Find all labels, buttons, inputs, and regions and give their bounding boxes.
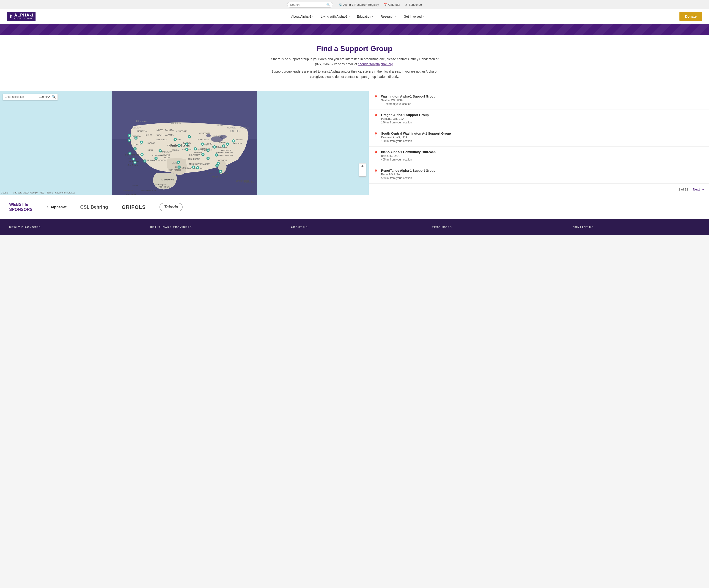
- donate-button[interactable]: Donate: [679, 12, 702, 21]
- svg-point-86: [134, 148, 135, 149]
- svg-text:CALIFORNIA: CALIFORNIA: [129, 144, 141, 146]
- next-arrow-icon: →: [701, 188, 704, 191]
- svg-point-88: [129, 153, 130, 154]
- svg-text:Winnipeg: Winnipeg: [171, 121, 181, 124]
- svg-point-140: [186, 144, 187, 145]
- nav-research[interactable]: Research ▾: [377, 12, 400, 21]
- svg-point-104: [202, 144, 203, 145]
- map-copyright: Map data ©2024 Google, INEGI | Terms | K…: [12, 191, 75, 194]
- svg-text:KANSAS: KANSAS: [167, 144, 176, 146]
- research-registry-link[interactable]: 📡 Alpha-1 Research Registry: [338, 3, 379, 6]
- group-name: Oregon Alpha-1 Support Group: [381, 113, 704, 117]
- svg-text:MINNESOTA: MINNESOTA: [199, 132, 210, 134]
- search-bar[interactable]: 🔍: [287, 2, 333, 7]
- footer-col-contact: CONTACT US: [573, 226, 700, 228]
- calendar-link[interactable]: 📅 Calendar: [384, 3, 400, 6]
- svg-text:NEVADA: NEVADA: [148, 142, 155, 144]
- map-search-icon[interactable]: 🔍: [52, 95, 56, 99]
- svg-point-138: [197, 167, 198, 168]
- footer-col-newly-diagnosed: NEWLY DIAGNOSED: [9, 226, 136, 228]
- svg-text:Seattle: Seattle: [132, 184, 138, 187]
- nav-education[interactable]: Education ▾: [353, 12, 377, 21]
- svg-point-108: [194, 148, 196, 149]
- svg-point-126: [227, 144, 228, 145]
- map-container[interactable]: 25mi 50mi 100mi 200mi 500mi 🔍: [0, 91, 369, 195]
- svg-text:Seattle: Seattle: [127, 194, 134, 195]
- subtitle: If there is no support group in your are…: [268, 57, 441, 67]
- zoom-controls: + −: [359, 163, 366, 176]
- svg-point-132: [220, 171, 221, 172]
- svg-point-120: [216, 154, 217, 156]
- svg-text:San Diego: San Diego: [127, 164, 137, 166]
- list-item[interactable]: 📍 Oregon Alpha-1 Support Group Portland,…: [369, 109, 709, 128]
- search-input[interactable]: [290, 3, 325, 6]
- logo-box: ⬆ ALPHA-1 FOUNDATION: [7, 12, 35, 21]
- takeda-logo: Takeda: [159, 203, 183, 211]
- email-link[interactable]: chenderson@alpha1.org: [358, 62, 393, 66]
- zoom-in-button[interactable]: +: [359, 164, 366, 170]
- list-item[interactable]: 📍 Idaho Alpha-1 Community Outreach Boise…: [369, 146, 709, 165]
- next-button[interactable]: Next →: [693, 188, 704, 191]
- description: Support group leaders are listed to assi…: [268, 69, 441, 79]
- svg-point-102: [189, 136, 190, 137]
- svg-text:NORTH CAROLINA: NORTH CAROLINA: [216, 151, 233, 154]
- svg-text:Washington: Washington: [221, 149, 232, 151]
- footer-heading-about: ABOUT US: [291, 226, 418, 228]
- svg-point-92: [134, 162, 135, 163]
- location-input[interactable]: [5, 95, 37, 99]
- zoom-out-button[interactable]: −: [359, 170, 366, 176]
- group-distance: 573 mi from your location: [381, 176, 704, 180]
- distance-select[interactable]: 25mi 50mi 100mi 200mi 500mi: [38, 95, 50, 99]
- svg-point-82: [135, 137, 137, 139]
- csl-behring-logo: CSL Behring: [80, 204, 108, 210]
- nav-living-label: Living with Alpha-1: [321, 15, 348, 18]
- svg-text:MISSISSIPPI ALABAMA: MISSISSIPPI ALABAMA: [189, 163, 210, 165]
- pin-icon: 📍: [373, 95, 378, 100]
- subscribe-label: Subscribe: [409, 3, 422, 6]
- logo-text: ALPHA-1 FOUNDATION: [14, 13, 34, 20]
- svg-text:Toronto: Toronto: [218, 141, 226, 143]
- page-info: 1 of 11: [679, 188, 688, 191]
- group-location: Portland, OR, USA: [381, 117, 704, 120]
- svg-text:Edmonton: Edmonton: [136, 120, 147, 123]
- page-title: Find a Support Group: [5, 45, 704, 53]
- svg-text:KENTUCKY: KENTUCKY: [189, 154, 200, 156]
- subscribe-icon: ✉: [405, 3, 408, 6]
- svg-point-100: [155, 158, 157, 159]
- nav-research-label: Research: [380, 15, 394, 18]
- svg-point-122: [207, 149, 209, 151]
- group-name: South Central Washington A-1 Support Gro…: [381, 132, 704, 135]
- svg-text:NOVA SC: NOVA SC: [240, 127, 250, 129]
- map-attribution: Google: [1, 191, 8, 194]
- pin-icon: 📍: [373, 151, 378, 156]
- svg-text:GEORGIA: GEORGIA: [218, 159, 227, 162]
- logo[interactable]: ⬆ ALPHA-1 FOUNDATION: [7, 12, 35, 21]
- list-item[interactable]: 📍 Reno/Tahoe Alpha-1 Support Group Reno,…: [369, 165, 709, 184]
- group-name: Idaho Alpha-1 Community Outreach: [381, 150, 704, 154]
- svg-text:WISCONSIN: WISCONSIN: [198, 139, 209, 141]
- nav-get-involved[interactable]: Get Involved ▾: [400, 12, 428, 21]
- group-location: Kennewick, WA, USA: [381, 136, 704, 139]
- group-distance: 405 mi from your location: [381, 158, 704, 161]
- svg-text:OKLAHOMA: OKLAHOMA: [161, 151, 172, 153]
- svg-point-128: [223, 145, 224, 146]
- main-nav: About Alpha-1 ▾ Living with Alpha-1 ▾ Ed…: [43, 12, 673, 21]
- svg-text:UTAH: UTAH: [148, 149, 153, 151]
- calendar-label: Calendar: [388, 3, 400, 6]
- svg-text:MONTANA: MONTANA: [137, 130, 147, 133]
- top-bar-right: 📡 Alpha-1 Research Registry 📅 Calendar ✉…: [338, 3, 422, 6]
- svg-text:Puerto Rico: Puerto Rico: [244, 181, 254, 183]
- svg-text:QUEBEC: QUEBEC: [230, 130, 241, 133]
- nav-about[interactable]: About Alpha-1 ▾: [288, 12, 317, 21]
- group-distance: 1.1 mi from your location: [381, 102, 704, 106]
- svg-text:ARIZONA: ARIZONA: [147, 159, 156, 162]
- svg-text:New York: New York: [233, 142, 242, 145]
- pin-icon: 📍: [373, 169, 378, 174]
- svg-point-84: [141, 141, 142, 143]
- nav-living[interactable]: Living with Alpha-1 ▾: [317, 12, 353, 21]
- list-item[interactable]: 📍 South Central Washington A-1 Support G…: [369, 128, 709, 146]
- svg-text:San Antonio: San Antonio: [169, 169, 181, 171]
- pin-icon: 📍: [373, 114, 378, 119]
- subscribe-link[interactable]: ✉ Subscribe: [405, 3, 422, 6]
- list-item[interactable]: 📍 Washington Alpha-1 Support Group Seatt…: [369, 91, 709, 109]
